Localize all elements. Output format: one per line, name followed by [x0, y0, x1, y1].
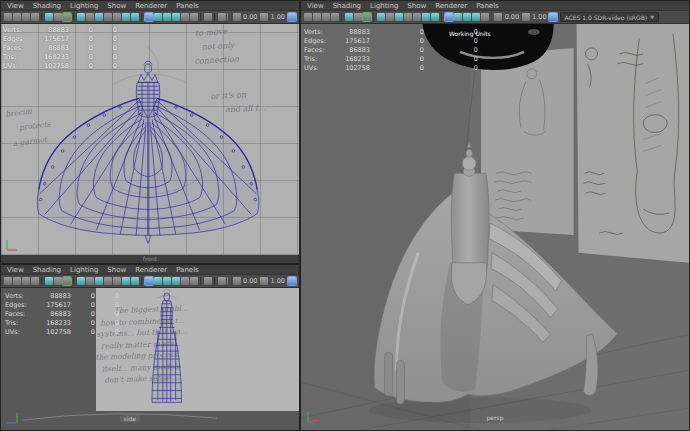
menu-show[interactable]: Show — [107, 265, 126, 275]
shadows-icon[interactable] — [481, 13, 489, 21]
isolate-select-icon[interactable] — [204, 277, 212, 285]
color-management-icon[interactable] — [288, 13, 296, 21]
isolate-select-icon[interactable] — [204, 13, 212, 21]
shadows-icon[interactable] — [181, 13, 189, 21]
xray-icon[interactable] — [218, 13, 226, 21]
grid-icon[interactable] — [377, 13, 385, 21]
persp-viewport-canvas[interactable]: Working Units Verts:8888300Edges:1756170… — [301, 24, 689, 430]
grid-icon[interactable] — [77, 277, 85, 285]
field-chart-icon[interactable] — [113, 277, 121, 285]
use-all-lights-icon[interactable] — [172, 13, 180, 21]
gate-mask-icon[interactable] — [404, 13, 412, 21]
menu-view[interactable]: View — [7, 1, 24, 11]
2d-pan-zoom-icon[interactable] — [354, 13, 362, 21]
resolution-gate-icon[interactable] — [395, 13, 403, 21]
image-plane-icon[interactable] — [345, 13, 353, 21]
persp-scene[interactable] — [301, 24, 689, 430]
menu-show[interactable]: Show — [407, 1, 426, 11]
film-gate-icon[interactable] — [86, 13, 94, 21]
shaded-mode-icon[interactable] — [454, 13, 462, 21]
gamma-icon[interactable] — [260, 277, 268, 285]
2d-pan-zoom-icon[interactable] — [54, 13, 62, 21]
bookmarks-icon[interactable] — [31, 277, 39, 285]
lock-camera-icon[interactable] — [13, 13, 21, 21]
menu-view[interactable]: View — [7, 265, 24, 275]
textured-mode-icon[interactable] — [163, 277, 171, 285]
select-camera-icon[interactable] — [4, 13, 12, 21]
use-all-lights-icon[interactable] — [472, 13, 480, 21]
gamma-icon[interactable] — [260, 13, 268, 21]
shadows-icon[interactable] — [181, 277, 189, 285]
textured-mode-icon[interactable] — [163, 13, 171, 21]
gamma-value[interactable]: 1.00 — [271, 277, 285, 285]
menu-shading[interactable]: Shading — [33, 1, 61, 11]
exposure-value[interactable]: 0.00 — [243, 277, 257, 285]
film-gate-icon[interactable] — [386, 13, 394, 21]
menu-view[interactable]: View — [307, 1, 324, 11]
menu-renderer[interactable]: Renderer — [135, 265, 167, 275]
safe-title-icon[interactable] — [131, 13, 139, 21]
camera-attributes-icon[interactable] — [322, 13, 330, 21]
textured-mode-icon[interactable] — [463, 13, 471, 21]
camera-attributes-icon[interactable] — [22, 13, 30, 21]
menu-panels[interactable]: Panels — [176, 265, 199, 275]
wireframe-icon[interactable] — [145, 13, 153, 21]
lock-camera-icon[interactable] — [13, 277, 21, 285]
grease-pencil-icon[interactable] — [363, 13, 371, 21]
grease-pencil-icon[interactable] — [63, 277, 71, 285]
menu-panels[interactable]: Panels — [476, 1, 499, 11]
use-all-lights-icon[interactable] — [172, 277, 180, 285]
exposure-value[interactable]: 0.00 — [243, 13, 257, 21]
gamma-value[interactable]: 1.00 — [532, 13, 546, 21]
grease-pencil-icon[interactable] — [63, 13, 71, 21]
exposure-icon[interactable] — [233, 13, 241, 21]
menu-lighting[interactable]: Lighting — [70, 265, 98, 275]
2d-pan-zoom-icon[interactable] — [54, 277, 62, 285]
color-management-dropdown[interactable]: ACES 1.0 SDR-video (sRGB) ▼ — [560, 12, 659, 22]
menu-panels[interactable]: Panels — [176, 1, 199, 11]
resolution-gate-icon[interactable] — [95, 13, 103, 21]
safe-action-icon[interactable] — [122, 277, 130, 285]
xray-icon[interactable] — [218, 277, 226, 285]
resolution-gate-icon[interactable] — [95, 277, 103, 285]
bookmarks-icon[interactable] — [31, 13, 39, 21]
exposure-icon[interactable] — [494, 13, 502, 21]
color-checker-icon[interactable] — [549, 13, 557, 21]
safe-action-icon[interactable] — [122, 13, 130, 21]
safe-action-icon[interactable] — [422, 13, 430, 21]
occlusion-icon[interactable] — [190, 277, 198, 285]
camera-attributes-icon[interactable] — [22, 277, 30, 285]
menu-renderer[interactable]: Renderer — [135, 1, 167, 11]
exposure-value[interactable]: 0.00 — [505, 13, 519, 21]
safe-title-icon[interactable] — [431, 13, 439, 21]
select-camera-icon[interactable] — [4, 277, 12, 285]
exposure-icon[interactable] — [233, 277, 241, 285]
grid-icon[interactable] — [77, 13, 85, 21]
select-camera-icon[interactable] — [304, 13, 312, 21]
wireframe-icon[interactable] — [445, 13, 453, 21]
bookmarks-icon[interactable] — [331, 13, 339, 21]
occlusion-icon[interactable] — [190, 13, 198, 21]
menu-renderer[interactable]: Renderer — [435, 1, 467, 11]
wireframe-icon[interactable] — [145, 277, 153, 285]
image-plane-icon[interactable] — [45, 13, 53, 21]
menu-shading[interactable]: Shading — [33, 265, 61, 275]
gamma-icon[interactable] — [522, 13, 530, 21]
shaded-mode-icon[interactable] — [154, 13, 162, 21]
side-viewport-canvas[interactable]: The biggest probl...how to combine all t… — [1, 288, 299, 430]
color-management-icon[interactable] — [288, 277, 296, 285]
menu-show[interactable]: Show — [107, 1, 126, 11]
field-chart-icon[interactable] — [113, 13, 121, 21]
gate-mask-icon[interactable] — [104, 277, 112, 285]
lock-camera-icon[interactable] — [313, 13, 321, 21]
front-viewport-canvas[interactable]: to movenot onlyconnectionor it's onand a… — [1, 24, 299, 263]
menu-lighting[interactable]: Lighting — [370, 1, 398, 11]
menu-lighting[interactable]: Lighting — [70, 1, 98, 11]
field-chart-icon[interactable] — [413, 13, 421, 21]
menu-shading[interactable]: Shading — [333, 1, 361, 11]
shaded-mode-icon[interactable] — [154, 277, 162, 285]
film-gate-icon[interactable] — [86, 277, 94, 285]
gamma-value[interactable]: 1.00 — [271, 13, 285, 21]
gate-mask-icon[interactable] — [104, 13, 112, 21]
image-plane-icon[interactable] — [45, 277, 53, 285]
